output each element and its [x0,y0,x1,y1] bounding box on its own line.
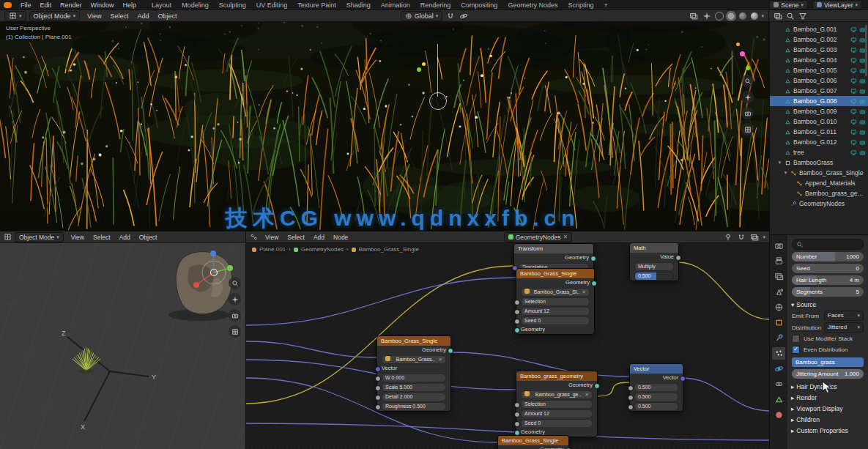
outliner-row[interactable]: Bamboo_G.001 [770,24,868,34]
node-field[interactable]: Roughness 0.500 [382,402,446,411]
viewport-visibility-icon[interactable] [850,88,857,94]
viewport-menu-view[interactable]: View [83,12,105,20]
workspace-tab-item[interactable]: + [598,1,612,9]
object-origin-marker[interactable] [736,42,740,46]
workspace-tab-modeling[interactable]: Modeling [177,1,214,9]
prop-slider-seed[interactable]: Seed0 [792,264,864,273]
node-slider[interactable]: 0.500 [634,272,674,281]
node-header[interactable]: Bamboo_grass_geometry [516,371,597,381]
node-header[interactable]: Vector [630,364,683,374]
overlays-icon[interactable] [749,232,760,242]
node-header[interactable]: Bamboo_Grass_Single [377,336,450,346]
expand-caret-icon[interactable]: ▾ [777,160,782,166]
outliner-row[interactable]: Bamboo_G.004 [770,55,868,65]
breadcrumb-item[interactable]: Bamboo_Grass_Single [359,246,419,253]
node-field[interactable]: Selection [521,400,593,409]
input-socket[interactable] [514,430,520,436]
viewport-visibility-icon[interactable] [850,98,857,105]
input-socket[interactable] [514,421,520,427]
viewport-menu-select[interactable]: Select [105,12,133,20]
close-icon[interactable]: ✕ [563,234,568,240]
proportional-editing-icon[interactable] [459,11,469,21]
grid-icon[interactable] [229,325,241,338]
prop-section-children[interactable]: ▸Children [787,414,868,425]
viewport-menu-object[interactable]: Object [153,12,181,20]
empty-circle-marker[interactable] [429,92,447,110]
input-socket[interactable] [628,395,634,401]
secondary-viewport-menu-select[interactable]: Select [89,234,115,241]
shading-material-button[interactable] [738,12,747,21]
workspace-tab-geometry-nodes[interactable]: Geometry Nodes [502,1,563,9]
prop-section-source[interactable]: ▾Source [787,299,868,310]
node-header[interactable]: Transform [514,244,593,253]
properties-tab-render[interactable] [772,240,785,252]
outliner-row[interactable]: Bamboo_G.006 [770,75,868,86]
properties-tab-scene[interactable] [772,286,785,298]
render-visibility-icon[interactable] [859,108,866,115]
editor-type-icon[interactable] [4,233,12,241]
properties-tab-material[interactable] [772,409,785,421]
secondary-3d-viewport[interactable]: Object Mode ▾ ViewSelectAddObject ZYX [0,231,245,449]
breadcrumb-item[interactable]: GeometryNodes [301,246,344,253]
workspace-tab-rendering[interactable]: Rendering [415,1,456,9]
prop-check-use-modifier-stack[interactable]: Use Modifier Stack [787,333,868,344]
outliner-row[interactable]: Bamboo_G.003 [770,45,868,55]
properties-tab-view-layer[interactable] [772,270,785,283]
outliner-row[interactable]: Bamboo_G.010 [770,116,868,127]
shading-wireframe-button[interactable] [715,12,724,21]
viewport-visibility-icon[interactable] [850,78,857,84]
node-field[interactable]: 0.500 [634,383,678,392]
main-3d-viewport[interactable]: User Perspective (1) Collection | Plane.… [0,22,769,231]
viewport-visibility-icon[interactable] [850,129,857,136]
output-socket[interactable] [675,255,681,261]
close-icon[interactable]: ✕ [582,289,586,296]
transform-orientation-dropdown[interactable]: Global ▾ [401,11,443,21]
properties-tab-data[interactable] [772,393,785,406]
camera-view-icon[interactable] [741,107,754,119]
menu-render[interactable]: Render [56,1,86,9]
properties-tab-output[interactable] [772,255,785,267]
editor-type-icon[interactable] [250,233,258,241]
node-math[interactable]: MathValueMultiply0.500 [629,242,679,281]
render-visibility-icon[interactable] [859,88,866,94]
node-field[interactable]: Seed 0 [521,316,590,325]
prop-section-custom-properties[interactable]: ▸Custom Properties [787,425,868,436]
render-visibility-icon[interactable] [859,149,866,156]
shading-solid-button[interactable] [727,12,735,21]
secondary-viewport-menu-add[interactable]: Add [115,234,135,241]
workspace-tab-sculpting[interactable]: Sculpting [214,1,251,9]
node-editor-menu-add[interactable]: Add [309,234,329,241]
prop-slider-jittering-amount[interactable]: Jittering Amount1.000 [792,369,864,379]
node-field[interactable]: Detail 2.000 [382,393,446,401]
viewport-visibility-icon[interactable] [850,108,857,115]
input-socket[interactable] [512,265,518,271]
zoom-icon[interactable] [229,277,241,289]
secondary-viewport-menu-view[interactable]: View [67,234,89,241]
move-icon[interactable] [741,91,754,103]
shading-rendered-button[interactable] [750,12,759,21]
search-input[interactable] [806,240,861,249]
node-editor-menu-node[interactable]: Node [329,234,352,241]
input-socket[interactable] [514,402,520,408]
menu-help[interactable]: Help [119,1,141,9]
node-name-field[interactable]: Bamboo_grass_ge..✕ [521,390,593,399]
render-visibility-icon[interactable] [859,139,866,146]
properties-tab-world[interactable] [772,301,785,313]
workspace-tab-layout[interactable]: Layout [146,1,177,9]
node-bamboo-grass-single[interactable]: Bamboo_Grass_SingleGeometryBamboo_Grass_… [516,268,595,335]
properties-tab-modifiers[interactable] [772,332,785,344]
prop-section-viewport-display[interactable]: ▸Viewport Display [787,403,868,414]
node-field[interactable]: Amount 12 [521,307,590,316]
prop-slider-segments[interactable]: Segments5 [792,287,864,297]
node-field[interactable]: Seed 0 [521,419,593,428]
workspace-tab-compositing[interactable]: Compositing [456,1,502,9]
checkbox[interactable] [792,335,800,343]
snap-magnet-icon[interactable] [736,232,746,242]
output-socket[interactable] [591,281,597,286]
node-editor[interactable]: ViewSelectAddNode GeometryNodes ✕ ▾ Plan… [245,231,769,449]
grid-icon[interactable] [741,123,754,136]
view-layer-selector[interactable]: ViewLayer ▾ [812,0,862,10]
prop-select-distribution[interactable]: Jittered▾ [824,322,864,333]
expand-caret-icon[interactable]: ▾ [783,170,788,176]
blender-logo-icon[interactable] [4,2,12,8]
